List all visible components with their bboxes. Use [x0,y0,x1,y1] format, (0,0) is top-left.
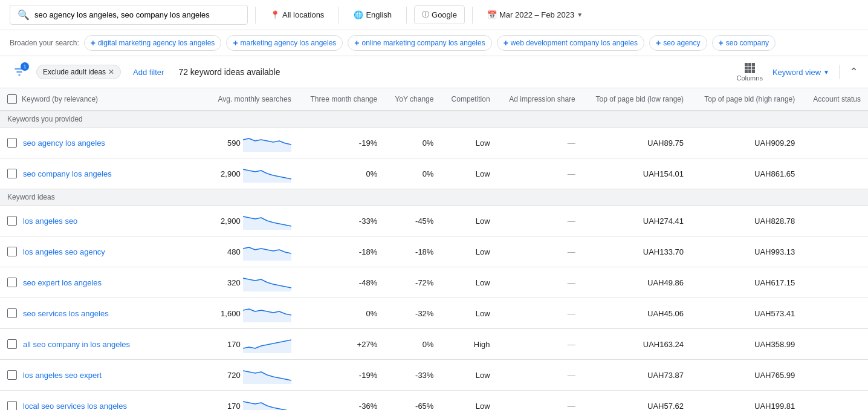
keyword-text[interactable]: all seo company in los angeles [23,340,130,349]
header-three-month[interactable]: Three month change [299,88,385,111]
row-checkbox[interactable] [7,169,17,178]
avg-monthly-cell: 480 [206,236,299,267]
row-checkbox[interactable] [7,370,17,380]
select-all-checkbox[interactable] [7,94,17,104]
top-bid-high-cell: UAH358.99 [691,329,802,360]
section-header-row: Keyword ideas [0,189,868,206]
row-checkbox[interactable] [7,138,17,148]
broaden-label: Broaden your search: [10,39,79,47]
trend-chart [243,134,291,152]
trend-chart [243,164,291,183]
filter-bar: 1 Exclude adult ideas ✕ Add filter 72 ke… [0,56,868,88]
account-status-cell [802,360,868,391]
header-top-bid-high[interactable]: Top of page bid (high range) [691,88,802,111]
top-bid-high-cell: UAH993.13 [691,236,802,267]
table-row: seo company los angeles 2,900 0% 0% Low … [0,158,868,189]
keyword-table: Keyword (by relevance) Avg. monthly sear… [0,88,868,410]
avg-monthly-value: 720 [227,371,241,380]
trend-chart [243,212,291,230]
header-top-bid-low[interactable]: Top of page bid (low range) [583,88,691,111]
search-input[interactable] [34,10,240,19]
broaden-chip-4[interactable]: + seo agency [649,35,707,51]
top-bid-low-cell: UAH45.06 [583,298,691,329]
yoy-cell: -72% [384,267,441,298]
table-row: seo expert los angeles 320 -48% -72% Low… [0,267,868,298]
keyword-table-wrap: Keyword (by relevance) Avg. monthly sear… [0,88,868,410]
keyword-text[interactable]: seo services los angeles [23,309,109,318]
plus-icon: + [719,38,724,48]
locations-button[interactable]: 📍 All locations [263,7,331,23]
competition-cell: Low [441,298,497,329]
competition-cell: Low [441,158,497,189]
avg-monthly-value: 480 [227,247,241,256]
header-ad-impression[interactable]: Ad impression share [497,88,583,111]
ad-impression-cell: — [497,329,583,360]
broaden-search-bar: Broaden your search: + digital marketing… [0,30,868,56]
account-status-cell [802,206,868,236]
keyword-text[interactable]: local seo services los angeles [23,402,127,411]
table-row: all seo company in los angeles 170 +27% … [0,329,868,360]
remove-filter-button[interactable]: ✕ [108,68,114,76]
keyword-text[interactable]: los angeles seo expert [23,371,102,380]
avg-monthly-value: 170 [227,402,241,411]
trend-chart [243,273,291,291]
row-checkbox[interactable] [7,278,17,287]
broaden-chip-1[interactable]: + marketing agency los angeles [226,35,343,51]
keyword-text[interactable]: los angeles seo agency [23,247,105,256]
row-checkbox[interactable] [7,339,17,349]
row-checkbox[interactable] [7,216,17,226]
plus-icon: + [354,38,359,48]
divider [255,7,256,24]
keyword-view-button[interactable]: Keyword view ▼ [772,68,829,77]
keyword-text[interactable]: seo expert los angeles [23,278,102,287]
row-checkbox[interactable] [7,247,17,256]
three-month-cell: 0% [299,298,385,329]
broaden-chip-5[interactable]: + seo company [712,35,776,51]
broaden-chip-2[interactable]: + online marketing company los angeles [348,35,491,51]
keyword-cell: seo services los angeles [0,298,206,329]
plus-icon: + [91,38,96,48]
top-bid-low-cell: UAH133.70 [583,236,691,267]
keyword-text[interactable]: seo company los angeles [23,169,112,178]
three-month-cell: -48% [299,267,385,298]
header-avg-monthly[interactable]: Avg. monthly searches [206,88,299,111]
chevron-down-icon: ▼ [823,69,829,76]
filter-icon-button[interactable]: 1 [10,62,29,82]
columns-button[interactable]: Columns [736,63,762,82]
keyword-cell: all seo company in los angeles [0,329,206,360]
collapse-button[interactable]: ⌃ [849,65,858,79]
trend-chart [243,366,291,384]
keyword-text[interactable]: seo agency los angeles [23,138,105,148]
three-month-cell: 0% [299,158,385,189]
chevron-down-icon: ▼ [577,11,583,18]
engine-button[interactable]: ⓘ Google [414,5,465,24]
account-status-cell [802,158,868,189]
top-bid-high-cell: UAH573.41 [691,298,802,329]
header-competition[interactable]: Competition [441,88,497,111]
header-yoy[interactable]: YoY change [384,88,441,111]
keyword-cell: seo agency los angeles [0,128,206,158]
engine-icon: ⓘ [422,10,429,20]
yoy-cell: -65% [384,391,441,411]
competition-cell: Low [441,128,497,158]
row-checkbox[interactable] [7,308,17,318]
ad-impression-cell: — [497,267,583,298]
row-checkbox[interactable] [7,401,17,410]
date-range-button[interactable]: 📅 Mar 2022 – Feb 2023 ▼ [480,7,590,23]
avg-monthly-cell: 1,600 [206,298,299,329]
account-status-cell [802,236,868,267]
ad-impression-cell: — [497,391,583,411]
avg-monthly-cell: 2,900 [206,158,299,189]
plus-icon: + [233,38,238,48]
keyword-text[interactable]: los angeles seo [23,216,77,226]
search-box[interactable]: 🔍 [10,5,248,25]
header-account-status: Account status [802,88,868,111]
add-filter-button[interactable]: Add filter [128,65,169,79]
language-button[interactable]: 🌐 English [346,7,399,23]
trend-chart [243,397,291,410]
broaden-chip-3[interactable]: + web development company los angeles [497,35,644,51]
top-bid-low-cell: UAH89.75 [583,128,691,158]
avg-monthly-cell: 590 [206,128,299,158]
broaden-chip-0[interactable]: + digital marketing agency los angeles [84,35,222,51]
table-header-row: Keyword (by relevance) Avg. monthly sear… [0,88,868,111]
